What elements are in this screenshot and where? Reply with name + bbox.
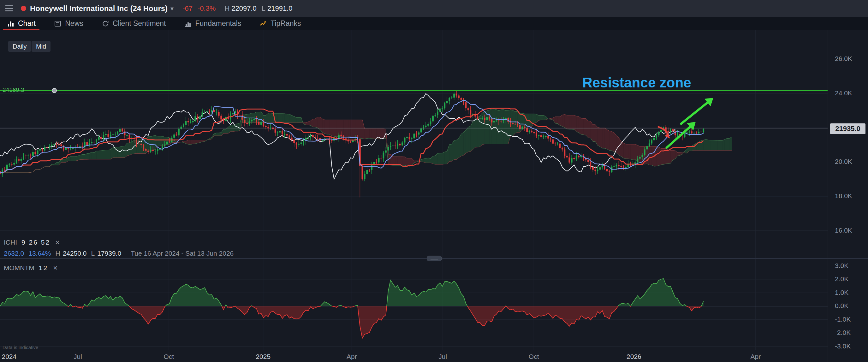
chart-date-range: Tue 16 Apr 2024 - Sat 13 Jun 2026 [131,250,234,257]
panel-resize-handle[interactable] [427,255,442,261]
ichimoku-cloud [0,109,732,173]
resistance-price-label: 24169.3 [2,87,24,93]
time-axis-label: Apr [347,353,357,360]
momentum-axis-label: 0.0K [835,302,848,310]
time-axis-label: 2026 [626,353,641,360]
instrument-title: Honeywell International Inc (24 Hours) [30,4,167,13]
tab-bar: Chart News Client Sentiment Fundamentals… [0,17,868,30]
ichi-low-value: 17939.0 [97,250,121,257]
ichi-name: ICHI [4,239,17,246]
time-axis-label: Apr [751,353,761,360]
time-axis-label: 2025 [256,353,271,360]
ichi-close-button[interactable]: × [55,238,60,247]
time-axis-label: Oct [164,353,174,360]
menu-icon[interactable] [5,5,14,11]
timeframe-button[interactable]: Daily [8,41,31,52]
momentum-axis-label: -3.0K [835,342,850,350]
ichi-indicator-stats: 2632.0 13.64% H 24250.0 L 17939.0 Tue 16… [4,250,234,257]
main-chart-canvas[interactable] [0,30,868,259]
time-axis-label: Jul [73,353,82,360]
ichi-pct: 13.64% [28,250,51,257]
time-axis-label: Oct [529,353,539,360]
momentum-axis-label: 2.0K [835,275,848,283]
market-status-dot [21,6,26,11]
price-axis-divider [828,30,828,362]
momentum-name: MOMNTM [4,264,34,272]
ichi-value: 2632.0 [4,250,24,257]
tipranks-icon [259,20,267,27]
price-mode-button[interactable]: Mid [32,41,51,52]
tab-label: TipRanks [271,19,301,28]
tab-chart[interactable]: Chart [5,17,37,30]
tab-label: Chart [18,19,36,28]
chart-icon [7,20,14,27]
tab-label: Fundamentals [195,19,242,28]
session-high: H22097.0 [224,4,256,12]
momentum-indicator-header: MOMNTM 12 × [4,264,57,272]
tab-client-sentiment[interactable]: Client Sentiment [100,17,168,30]
momentum-axis-label: 1.0K [835,289,848,296]
ichi-params: 9 26 52 [22,239,50,246]
momentum-params: 12 [39,264,48,272]
momentum-axis-label: 3.0K [835,262,848,270]
tab-tipranks[interactable]: TipRanks [257,17,303,30]
momentum-axis-label: -2.0K [835,329,850,336]
ichi-high-label: H [55,250,60,257]
time-axis[interactable]: 2024JulOct2025AprJulOct2026Apr [0,352,828,362]
resistance-zone-annotation[interactable]: Resistance zone [582,75,691,91]
tab-label: News [65,19,83,28]
tab-news[interactable]: News [52,17,85,30]
ichi-low-label: L [91,250,95,257]
current-price-label: 21935.0 [830,123,866,134]
ichi-indicator-header: ICHI 9 26 52 × [4,238,60,247]
data-indicative-note: Data is indicative [2,345,38,350]
tab-fundamentals[interactable]: Fundamentals [182,17,243,30]
momentum-canvas[interactable] [0,259,868,350]
instrument-selector[interactable]: Honeywell International Inc (24 Hours) ▾ [30,4,174,13]
price-change-pct: -0.3% [197,4,216,12]
momentum-close-button[interactable]: × [53,264,57,272]
momentum-axis[interactable]: 3.0K2.0K1.0K0.0K-1.0K-2.0K-3.0K [835,0,868,362]
news-icon [54,20,62,27]
time-axis-label: Jul [438,353,447,360]
chevron-down-icon: ▾ [170,5,174,12]
price-change: -67 [182,4,192,12]
client-sentiment-icon [102,20,109,27]
resistance-line-handle[interactable] [52,88,57,93]
session-low: L21991.0 [262,4,292,12]
ichi-high-value: 24250.0 [63,250,87,257]
fundamentals-icon [184,20,192,27]
header: Honeywell International Inc (24 Hours) ▾… [0,0,868,17]
momentum-axis-label: -1.0K [835,315,850,323]
current-price-value: 21935.0 [835,125,861,133]
time-axis-label: 2024 [2,353,17,360]
tab-label: Client Sentiment [113,19,166,28]
